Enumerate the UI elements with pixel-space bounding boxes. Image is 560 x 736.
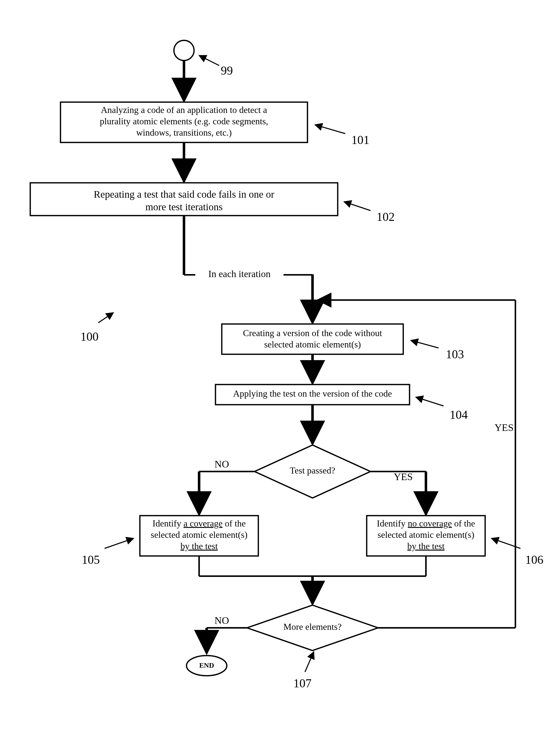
ref-arrow xyxy=(315,125,345,134)
cov-yes-l2: selected atomic element(s) xyxy=(151,530,247,540)
ref-arrow xyxy=(411,340,439,348)
cov-no-l3: by the test xyxy=(407,541,445,551)
cov-no-l1: Identify no coverage of the xyxy=(377,519,475,529)
cov-yes-l1b: a coverage xyxy=(183,519,223,529)
ref-103: 103 xyxy=(446,347,464,361)
cov-no-l1a: Identify xyxy=(377,519,408,529)
cov-no-l3a: by the test xyxy=(407,541,445,551)
cov-yes-l3: by the test xyxy=(180,541,218,551)
iter-label: In each iteration xyxy=(208,268,271,279)
end-text: END xyxy=(199,661,214,669)
create-l1: Creating a version of the code without xyxy=(243,328,382,338)
ref-107: 107 xyxy=(293,677,312,690)
ref-arrow xyxy=(416,397,444,406)
analyze-l3: windows, transitions, etc.) xyxy=(136,128,232,138)
cov-yes-l1c: of the xyxy=(223,519,246,529)
ref-arrow xyxy=(344,202,370,210)
repeat-l1: Repeating a test that said code fails in… xyxy=(94,189,274,200)
cov-yes-l1: Identify a coverage of the xyxy=(152,519,246,529)
create-l2: selected atomic element(s) xyxy=(264,339,361,349)
ref-arrow xyxy=(105,538,134,548)
dec2-text: More elements? xyxy=(284,622,342,632)
ref-105: 105 xyxy=(82,553,100,566)
ref-arrow xyxy=(98,313,113,323)
dec1-yes: YES xyxy=(394,471,413,482)
ref-102: 102 xyxy=(377,210,395,223)
cov-no-l2: selected atomic element(s) xyxy=(378,530,474,540)
ref-100: 100 xyxy=(80,330,99,343)
ref-104: 104 xyxy=(450,408,468,421)
ref-arrow xyxy=(199,55,219,66)
cov-yes-l3a: by the test xyxy=(180,541,218,551)
ref-99: 99 xyxy=(221,64,233,77)
cov-no-l1c: of the xyxy=(452,519,475,529)
dec1-text: Test passed? xyxy=(290,466,335,476)
dec2-no: NO xyxy=(214,615,229,626)
ref-106: 106 xyxy=(525,553,543,566)
cov-yes-l1a: Identify xyxy=(152,519,183,529)
analyze-l1: Analyzing a code of an application to de… xyxy=(101,105,267,115)
cov-no-l1b: no coverage xyxy=(408,519,452,529)
repeat-l2: more test iterations xyxy=(145,201,223,212)
ref-arrow xyxy=(305,652,314,672)
start-node xyxy=(174,40,194,60)
dec2-yes: YES xyxy=(494,422,514,433)
apply-l1: Applying the test on the version of the … xyxy=(233,389,392,399)
ref-101: 101 xyxy=(351,133,369,146)
analyze-l2: plurality atomic elements (e.g. code seg… xyxy=(100,116,268,126)
dec1-no: NO xyxy=(214,459,229,470)
